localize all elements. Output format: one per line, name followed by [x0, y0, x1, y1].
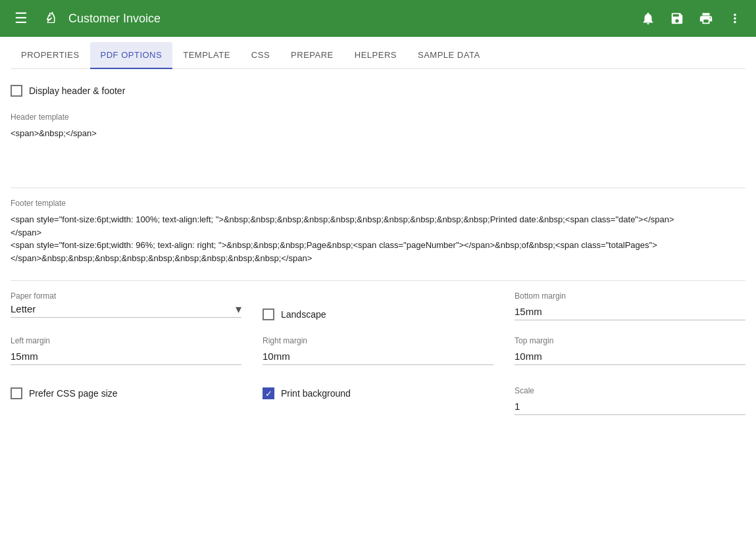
menu-icon[interactable]: ☰ — [11, 8, 32, 29]
margins-row: Left margin Right margin Top margin — [11, 336, 745, 365]
scale-label: Scale — [515, 386, 745, 395]
landscape-group: Landscape — [263, 291, 493, 320]
paper-format-select[interactable]: Letter A4 A3 Legal — [11, 303, 241, 314]
tab-sample-data[interactable]: SAMPLE DATA — [407, 42, 491, 69]
paper-format-group: Paper format Letter A4 A3 Legal ▾ — [11, 291, 241, 320]
tab-helpers[interactable]: HELPERS — [344, 42, 407, 69]
divider-1 — [11, 187, 745, 188]
page-title: Customer Invoice — [68, 12, 630, 26]
landscape-label: Landscape — [281, 309, 326, 320]
paper-format-row: Paper format Letter A4 A3 Legal ▾ Landsc… — [11, 291, 745, 320]
bottom-margin-label: Bottom margin — [515, 291, 745, 301]
landscape-row: Landscape — [263, 309, 493, 320]
scale-group: Scale — [515, 386, 745, 415]
display-header-footer-row: Display header & footer — [11, 85, 745, 97]
header-template-content[interactable]: <span>&nbsp;</span> — [11, 124, 745, 177]
notification-icon[interactable] — [638, 8, 659, 29]
right-margin-label: Right margin — [263, 336, 493, 345]
scale-input[interactable] — [515, 398, 745, 415]
bottom-margin-input[interactable] — [515, 303, 745, 320]
tab-prepare[interactable]: PREPARE — [280, 42, 344, 69]
odoo-logo-icon: ♘ — [39, 8, 61, 29]
save-icon[interactable] — [667, 8, 688, 29]
tab-pdf-options[interactable]: PDF OPTIONS — [90, 42, 173, 69]
prefer-css-row: Prefer CSS page size — [11, 387, 241, 399]
left-margin-group: Left margin — [11, 336, 241, 365]
right-margin-input[interactable] — [263, 348, 493, 365]
paper-format-dropdown-wrapper: Letter A4 A3 Legal ▾ — [11, 303, 241, 318]
footer-template-label: Footer template — [11, 199, 745, 208]
left-margin-input[interactable] — [11, 348, 241, 365]
tab-template[interactable]: TEMPLATE — [172, 42, 241, 69]
print-background-checkbox[interactable]: ✓ — [263, 387, 274, 399]
bottom-margin-group: Bottom margin — [515, 291, 745, 320]
landscape-checkbox[interactable] — [263, 309, 274, 320]
footer-template-content[interactable]: <span style="font-size:6pt;width: 100%; … — [11, 210, 745, 270]
topbar: ☰ ♘ Customer Invoice — [0, 0, 756, 37]
pdf-options-content: Display header & footer Header template … — [11, 69, 745, 415]
print-background-label: Print background — [281, 388, 351, 399]
main-content: PROPERTIES PDF OPTIONS TEMPLATE CSS PREP… — [0, 37, 756, 544]
divider-2 — [11, 280, 745, 281]
tab-css[interactable]: CSS — [241, 42, 280, 69]
prefer-css-checkbox[interactable] — [11, 387, 22, 399]
bottom-options-row: Prefer CSS page size ✓ Print background … — [11, 386, 745, 415]
footer-template-section: Footer template <span style="font-size:6… — [11, 199, 745, 270]
more-options-icon[interactable] — [724, 8, 745, 29]
right-margin-group: Right margin — [263, 336, 493, 365]
top-margin-label: Top margin — [515, 336, 745, 345]
header-template-label: Header template — [11, 112, 745, 122]
print-background-row: ✓ Print background — [263, 387, 493, 399]
print-background-group: ✓ Print background — [263, 386, 493, 415]
prefer-css-group: Prefer CSS page size — [11, 386, 241, 415]
paper-format-label: Paper format — [11, 291, 241, 301]
top-margin-group: Top margin — [515, 336, 745, 365]
display-header-footer-label: Display header & footer — [29, 86, 125, 96]
left-margin-label: Left margin — [11, 336, 241, 345]
display-header-footer-checkbox[interactable] — [11, 85, 22, 97]
header-template-section: Header template <span>&nbsp;</span> — [11, 112, 745, 177]
tab-properties[interactable]: PROPERTIES — [11, 42, 90, 69]
top-margin-input[interactable] — [515, 348, 745, 365]
tabs-bar: PROPERTIES PDF OPTIONS TEMPLATE CSS PREP… — [11, 37, 745, 69]
print-icon[interactable] — [695, 8, 717, 29]
prefer-css-label: Prefer CSS page size — [29, 388, 118, 399]
